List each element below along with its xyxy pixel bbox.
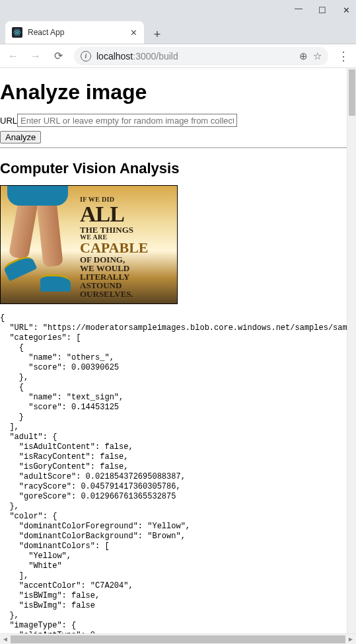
tab-title: React App: [28, 28, 125, 37]
browser-toolbar: ← → ⟳ i localhost:3000/build ⊕ ☆ ⋮: [0, 44, 356, 68]
new-tab-button[interactable]: +: [148, 25, 166, 44]
quote-line: ALL: [80, 203, 149, 225]
scroll-right-icon[interactable]: ►: [345, 635, 356, 643]
url-row: URL: [0, 114, 356, 127]
result-heading: Computer Vision Analysis: [0, 160, 356, 177]
tab-react-app[interactable]: React App ✕: [5, 21, 144, 44]
address-host: localhost: [96, 51, 133, 61]
address-text: localhost:3000/build: [96, 51, 294, 61]
zoom-icon[interactable]: ⊕: [299, 50, 308, 62]
window-minimize-icon[interactable]: [294, 5, 303, 15]
analyze-button[interactable]: Analyze: [0, 131, 41, 143]
horizontal-scrollbar-thumb[interactable]: [11, 635, 345, 643]
window-controls: [0, 0, 356, 20]
horizontal-scrollbar-track[interactable]: [11, 634, 345, 644]
window-maximize-icon[interactable]: [318, 5, 327, 15]
window-close-icon[interactable]: [341, 5, 351, 15]
page-heading: Analyze image: [0, 80, 356, 104]
image-quote: IF WE DID ALL THE THINGS WE ARE CAPABLE …: [80, 196, 149, 298]
back-button[interactable]: ←: [7, 50, 20, 62]
quote-line: CAPABLE: [80, 241, 149, 255]
address-path: :3000/build: [133, 51, 178, 61]
site-info-icon[interactable]: i: [81, 51, 91, 61]
address-bar[interactable]: i localhost:3000/build ⊕ ☆: [74, 47, 328, 65]
vertical-scrollbar-thumb[interactable]: [349, 69, 355, 116]
quote-line: OURSELVES.: [80, 290, 149, 298]
url-label: URL: [0, 116, 17, 126]
analyzed-image: IF WE DID ALL THE THINGS WE ARE CAPABLE …: [0, 185, 178, 304]
url-input[interactable]: [17, 114, 237, 127]
vertical-scrollbar[interactable]: [347, 68, 356, 634]
forward-button[interactable]: →: [29, 50, 42, 62]
reload-button[interactable]: ⟳: [52, 50, 65, 62]
scroll-left-icon[interactable]: ◄: [0, 635, 11, 643]
image-figure-legs: [1, 186, 80, 304]
divider: [0, 147, 356, 148]
page-viewport: Analyze image URL Analyze Computer Visio…: [0, 68, 356, 634]
react-favicon-icon: [12, 27, 22, 38]
browser-chrome: React App ✕ +: [0, 0, 356, 44]
svg-point-1: [14, 31, 21, 34]
bookmark-star-icon[interactable]: ☆: [313, 50, 322, 62]
tab-strip: React App ✕ +: [0, 20, 356, 44]
analysis-json: { "URL": "https://moderatorsampleimages.…: [0, 313, 356, 634]
page-content: Analyze image URL Analyze Computer Visio…: [0, 68, 356, 634]
browser-menu-icon[interactable]: ⋮: [338, 49, 349, 63]
tab-close-icon[interactable]: ✕: [130, 28, 137, 38]
horizontal-scrollbar[interactable]: ◄ ►: [0, 633, 356, 644]
